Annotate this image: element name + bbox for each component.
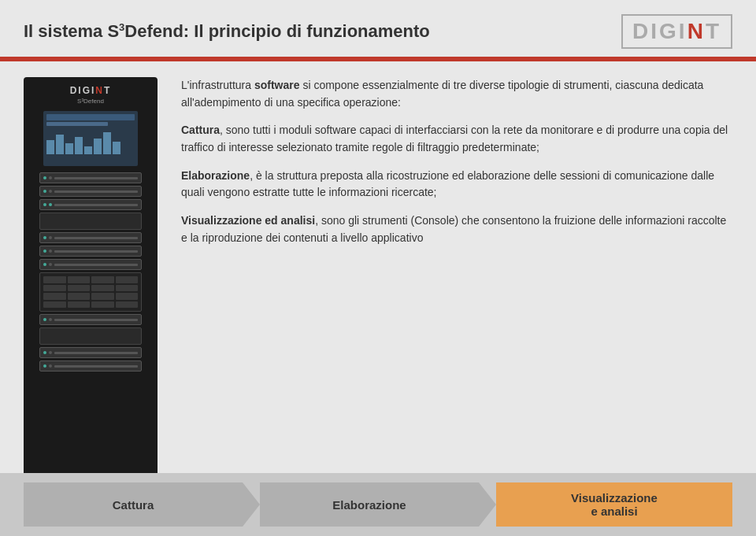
server-logo: DIGINT [70, 85, 112, 96]
paragraph-elaborazione: Elaborazione, è la struttura preposta al… [181, 168, 732, 201]
rack-unit-5 [39, 246, 142, 257]
arrow-2 [479, 482, 496, 527]
logo: DIGINT [621, 14, 732, 49]
server-image: DIGINT S³Defend [24, 77, 158, 479]
rack-unit-large-1 [39, 213, 142, 230]
paragraph-visualizzazione: Visualizzazione ed analisi, sono gli str… [181, 213, 732, 246]
paragraph-cattura: Cattura, sono tutti i moduli software ca… [181, 122, 732, 156]
text-content: L'infrastruttura software si compone ess… [173, 77, 732, 479]
flow-cattura-wrap: Cattura [24, 482, 260, 527]
rack-unit-7 [39, 314, 142, 325]
server-subtitle: S³Defend [77, 98, 104, 105]
rack-unit-8 [39, 347, 142, 358]
logo-text: DIGINT [632, 19, 721, 43]
rack-unit-large-2 [39, 327, 142, 345]
rack-unit-3 [39, 199, 142, 210]
arrow-1 [243, 482, 260, 527]
header: Il sistema S3Defend: Il principio di fun… [0, 0, 756, 57]
paragraph-intro: L'infrastruttura software si compone ess… [181, 77, 732, 111]
flow-visualizzazione-wrap: Visualizzazione e analisi [496, 482, 732, 527]
flow-elaborazione: Elaborazione [260, 482, 479, 527]
rack-storage [39, 272, 142, 312]
flow-cattura: Cattura [24, 482, 243, 527]
flow-elaborazione-wrap: Elaborazione [260, 482, 496, 527]
rack-unit-4 [39, 232, 142, 243]
server-screen [43, 111, 138, 166]
rack-unit-9 [39, 360, 142, 372]
rack-unit-6 [39, 259, 142, 270]
page-title: Il sistema S3Defend: Il principio di fun… [24, 21, 430, 42]
rack-unit-1 [39, 172, 142, 183]
page: Il sistema S3Defend: Il principio di fun… [0, 0, 756, 536]
main-content: DIGINT S³Defend [0, 61, 756, 486]
rack-unit-2 [39, 186, 142, 197]
process-flow: Cattura Elaborazione Visualizzazione e a… [0, 473, 756, 536]
flow-visualizzazione: Visualizzazione e analisi [496, 482, 732, 527]
